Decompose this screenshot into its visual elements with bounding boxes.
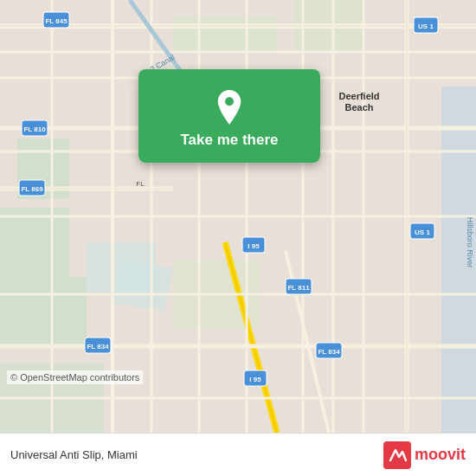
popup-label: Take me there — [180, 132, 278, 149]
moovit-icon — [383, 441, 411, 469]
svg-text:Beach: Beach — [344, 102, 373, 113]
svg-text:US 1: US 1 — [418, 23, 434, 30]
svg-text:FL 845: FL 845 — [45, 17, 68, 25]
svg-text:FL 810: FL 810 — [23, 125, 46, 133]
location-pin-icon — [212, 90, 247, 125]
bottom-bar: Universal Anti Slip, Miami moovit — [0, 433, 476, 476]
svg-text:Deerfield: Deerfield — [338, 91, 379, 101]
svg-text:I 95: I 95 — [248, 242, 260, 250]
moovit-logo: moovit — [383, 441, 466, 469]
map-attribution: © OpenStreetMap contributors — [7, 370, 143, 384]
map-container[interactable]: FL 845 US 1 FL 810 FL 869 I 95 US 1 FL 8… — [0, 0, 476, 433]
svg-point-63 — [225, 97, 234, 106]
location-info: Universal Anti Slip, Miami — [10, 448, 138, 461]
svg-text:Hillsboro River: Hillsboro River — [466, 217, 474, 268]
svg-rect-2 — [0, 277, 87, 346]
svg-marker-5 — [113, 260, 173, 312]
svg-text:I 95: I 95 — [249, 376, 261, 383]
svg-text:FL 834: FL 834 — [87, 343, 109, 351]
map-popup[interactable]: Take me there — [138, 69, 320, 163]
svg-rect-8 — [173, 17, 277, 52]
svg-rect-1 — [0, 208, 69, 277]
svg-text:FL 811: FL 811 — [287, 284, 310, 292]
svg-text:FL: FL — [136, 180, 145, 188]
svg-text:US 1: US 1 — [415, 228, 430, 236]
popup-header: Take me there — [138, 69, 320, 163]
svg-text:FL 869: FL 869 — [21, 185, 43, 193]
location-name: Universal Anti Slip, Miami — [10, 448, 138, 461]
moovit-text: moovit — [415, 446, 466, 464]
svg-text:FL 834: FL 834 — [318, 348, 340, 356]
